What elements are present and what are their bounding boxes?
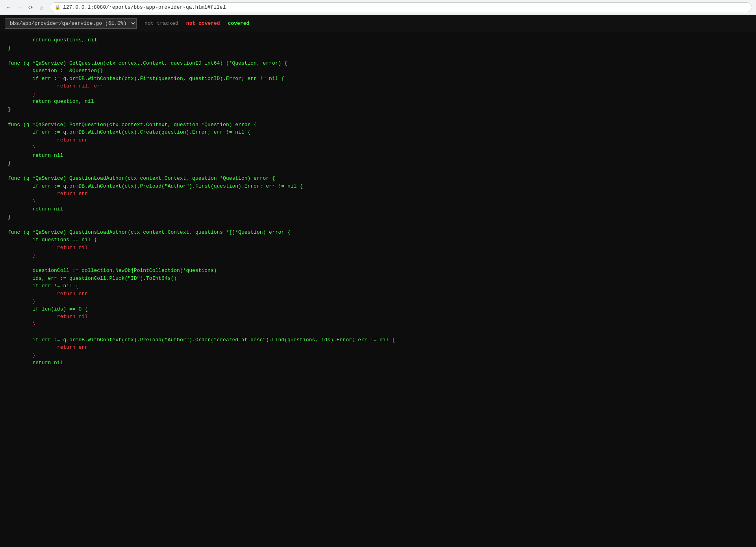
code-line: } bbox=[8, 44, 748, 52]
code-line: } bbox=[8, 298, 748, 305]
code-line: func (q *QaService) QuestionsLoadAuthor(… bbox=[8, 229, 748, 236]
code-line: if err := q.ormDB.WithContext(ctx).Creat… bbox=[8, 128, 748, 136]
code-line: func (q *QaService) QuestionLoadAuthor(c… bbox=[8, 175, 748, 182]
code-line: } bbox=[8, 90, 748, 98]
code-line bbox=[8, 113, 748, 121]
code-line: return question, nil bbox=[8, 98, 748, 106]
file-selector[interactable]: bbs/app/provider/qa/service.go (61.0%) bbox=[5, 18, 137, 29]
code-line: if err != nil { bbox=[8, 282, 748, 290]
code-line: } bbox=[8, 106, 748, 113]
code-line: return err bbox=[8, 344, 748, 352]
browser-toolbar: ← → ⟳ ⌂ 🔒 127.0.0.1:8080/reports/bbs-app… bbox=[0, 0, 756, 15]
code-line: question := &Question{} bbox=[8, 67, 748, 75]
coverage-bar: bbs/app/provider/qa/service.go (61.0%) n… bbox=[0, 15, 756, 32]
code-line: return err bbox=[8, 190, 748, 198]
code-line: } bbox=[8, 213, 748, 221]
code-line: questionColl := collection.NewObjPointCo… bbox=[8, 267, 748, 275]
code-line: return nil, err bbox=[8, 82, 748, 90]
code-line: return nil bbox=[8, 313, 748, 321]
legend-covered: covered bbox=[228, 20, 250, 26]
home-button[interactable]: ⌂ bbox=[37, 3, 46, 12]
browser-chrome: ← → ⟳ ⌂ 🔒 127.0.0.1:8080/reports/bbs-app… bbox=[0, 0, 756, 15]
code-line bbox=[8, 167, 748, 175]
code-line bbox=[8, 221, 748, 229]
code-line: if err := q.ormDB.WithContext(ctx).Prelo… bbox=[8, 336, 748, 344]
forward-button[interactable]: → bbox=[15, 3, 24, 12]
code-line bbox=[8, 259, 748, 267]
code-line: ids, err := questionColl.Pluck("ID").ToI… bbox=[8, 275, 748, 283]
code-line: } bbox=[8, 251, 748, 259]
code-line: if err := q.ormDB.WithContext(ctx).First… bbox=[8, 75, 748, 83]
code-line: func (q *QaService) GetQuestion(ctx cont… bbox=[8, 60, 748, 67]
code-line: func (q *QaService) PostQuestion(ctx con… bbox=[8, 121, 748, 129]
code-line bbox=[8, 52, 748, 60]
code-line: return nil bbox=[8, 244, 748, 252]
back-button[interactable]: ← bbox=[4, 3, 13, 12]
code-line: return err bbox=[8, 290, 748, 298]
lock-icon: 🔒 bbox=[55, 4, 61, 10]
address-bar[interactable]: 🔒 127.0.0.1:8080/reports/bbs-app-provide… bbox=[50, 2, 752, 12]
legend-not-tracked: not tracked bbox=[145, 20, 178, 26]
browser-nav-buttons: ← → ⟳ ⌂ bbox=[4, 3, 46, 12]
code-line: } bbox=[8, 352, 748, 359]
code-line bbox=[8, 328, 748, 336]
code-line: return nil bbox=[8, 359, 748, 367]
code-area: return questions, nil} func (q *QaServic… bbox=[0, 32, 756, 547]
code-line: if err := q.ormDB.WithContext(ctx).Prelo… bbox=[8, 182, 748, 190]
code-line: } bbox=[8, 321, 748, 329]
reload-button[interactable]: ⟳ bbox=[26, 3, 35, 12]
code-line: return nil bbox=[8, 205, 748, 213]
code-line: if len(ids) == 0 { bbox=[8, 305, 748, 313]
legend-not-covered: not covered bbox=[186, 20, 220, 26]
code-line: } bbox=[8, 159, 748, 167]
code-line: } bbox=[8, 144, 748, 152]
code-line: return nil bbox=[8, 152, 748, 160]
code-line: } bbox=[8, 198, 748, 206]
code-line: return questions, nil bbox=[8, 36, 748, 44]
code-line: if questions == nil { bbox=[8, 236, 748, 244]
code-line: return err bbox=[8, 136, 748, 144]
url-text: 127.0.0.1:8080/reports/bbs-app-provider-… bbox=[63, 4, 226, 10]
